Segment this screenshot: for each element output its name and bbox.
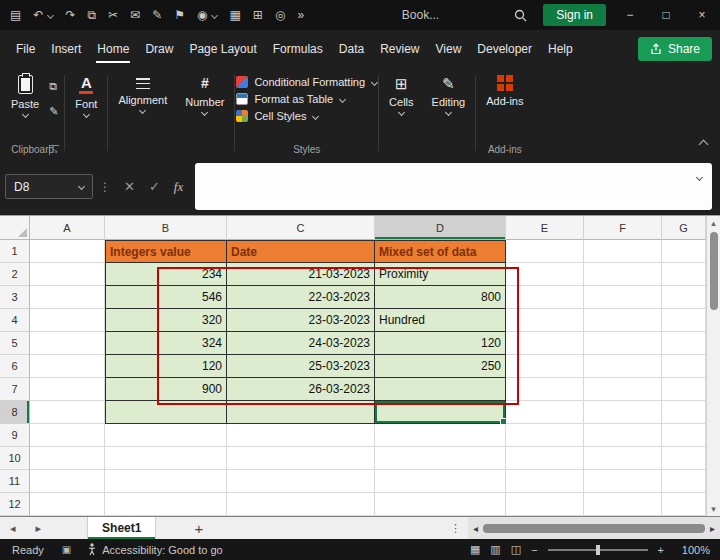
cell-B1[interactable]: Integers value — [105, 240, 227, 263]
cell-D3[interactable]: 800 — [375, 286, 506, 309]
cell-A10[interactable] — [30, 447, 105, 470]
cell-F7[interactable] — [584, 378, 662, 401]
horizontal-scrollbar-thumb[interactable] — [483, 524, 705, 533]
cell-E5[interactable] — [506, 332, 584, 355]
menu-tab-view[interactable]: View — [428, 30, 470, 68]
menu-tab-file[interactable]: File — [8, 30, 43, 68]
cell-A8[interactable] — [30, 401, 105, 424]
horizontal-scrollbar[interactable]: ◂ ▸ — [468, 517, 720, 539]
cell-B4[interactable]: 320 — [105, 309, 227, 332]
grid-icon[interactable]: ⊞ — [253, 9, 263, 21]
cell-A9[interactable] — [30, 424, 105, 447]
cell-A4[interactable] — [30, 309, 105, 332]
column-header-C[interactable]: C — [227, 216, 375, 240]
cell-C5[interactable]: 24-03-2023 — [227, 332, 375, 355]
column-header-F[interactable]: F — [584, 216, 662, 240]
cell-C12[interactable] — [227, 493, 375, 516]
sheet-tab-sheet1[interactable]: Sheet1 — [87, 517, 156, 539]
dropdown-caret-icon[interactable] — [47, 11, 54, 18]
column-header-G[interactable]: G — [662, 216, 706, 240]
pen-icon[interactable]: ✎ — [152, 9, 162, 21]
hscroll-right-icon[interactable]: ▸ — [705, 523, 720, 534]
vertical-scrollbar[interactable]: ▴ ▾ — [706, 216, 720, 516]
cell-B12[interactable] — [105, 493, 227, 516]
cell-F3[interactable] — [584, 286, 662, 309]
cell-E8[interactable] — [506, 401, 584, 424]
cell-F4[interactable] — [584, 309, 662, 332]
cell-G1[interactable] — [662, 240, 706, 263]
close-button[interactable]: × — [684, 0, 720, 30]
menu-tab-page-layout[interactable]: Page Layout — [181, 30, 264, 68]
row-header-11[interactable]: 11 — [0, 470, 30, 493]
flag-icon[interactable]: ⚑ — [174, 9, 185, 21]
menu-tab-home[interactable]: Home — [89, 30, 137, 68]
cell-C4[interactable]: 23-03-2023 — [227, 309, 375, 332]
cells-button[interactable]: ⊞ Cells — [380, 75, 422, 141]
cell-B9[interactable] — [105, 424, 227, 447]
column-header-A[interactable]: A — [30, 216, 105, 240]
cell-A2[interactable] — [30, 263, 105, 286]
cell-F8[interactable] — [584, 401, 662, 424]
cell-E11[interactable] — [506, 470, 584, 493]
macro-record-icon[interactable]: ▣ — [54, 544, 79, 555]
cell-C10[interactable] — [227, 447, 375, 470]
cell-D7[interactable] — [375, 378, 506, 401]
cell-G4[interactable] — [662, 309, 706, 332]
minimize-button[interactable]: − — [612, 0, 648, 30]
cell-F1[interactable] — [584, 240, 662, 263]
search-icon[interactable] — [514, 9, 527, 22]
scroll-up-icon[interactable]: ▴ — [711, 216, 716, 230]
mail-icon[interactable]: ✉ — [130, 9, 140, 21]
view-normal-icon[interactable]: ▦ — [470, 543, 480, 556]
cell-B5[interactable]: 324 — [105, 332, 227, 355]
cell-D1[interactable]: Mixed set of data — [375, 240, 506, 263]
new-sheet-button[interactable]: + — [186, 520, 211, 537]
cell-E2[interactable] — [506, 263, 584, 286]
view-page-break-icon[interactable]: ◫ — [511, 543, 521, 556]
cell-styles-button[interactable]: Cell Styles — [236, 110, 318, 122]
cell-C2[interactable]: 21-03-2023 — [227, 263, 375, 286]
cell-F2[interactable] — [584, 263, 662, 286]
cell-B3[interactable]: 546 — [105, 286, 227, 309]
zoom-out-button[interactable]: − — [531, 544, 537, 556]
expand-formula-bar-icon[interactable] — [696, 174, 703, 181]
eye-icon[interactable]: ◉ — [197, 9, 207, 21]
cell-D4[interactable]: Hundred — [375, 309, 506, 332]
cell-C8[interactable] — [227, 401, 375, 424]
copy-icon[interactable]: ⧉ — [87, 9, 96, 21]
cell-F11[interactable] — [584, 470, 662, 493]
cell-G11[interactable] — [662, 470, 706, 493]
column-header-D[interactable]: D — [375, 216, 506, 240]
row-header-3[interactable]: 3 — [0, 286, 30, 309]
enter-button[interactable]: ✓ — [142, 179, 167, 194]
row-header-9[interactable]: 9 — [0, 424, 30, 447]
menu-tab-developer[interactable]: Developer — [469, 30, 540, 68]
row-header-5[interactable]: 5 — [0, 332, 30, 355]
cell-B11[interactable] — [105, 470, 227, 493]
cell-E4[interactable] — [506, 309, 584, 332]
sheet-next-icon[interactable]: ▸ — [26, 522, 52, 535]
cell-D11[interactable] — [375, 470, 506, 493]
cell-G6[interactable] — [662, 355, 706, 378]
menu-tab-data[interactable]: Data — [331, 30, 372, 68]
cell-A11[interactable] — [30, 470, 105, 493]
clipboard-dialog-launcher[interactable]: ↘ — [49, 145, 59, 155]
print-icon[interactable]: ▦ — [229, 9, 240, 21]
row-header-4[interactable]: 4 — [0, 309, 30, 332]
zoom-level[interactable]: 100% — [674, 544, 710, 556]
cell-F9[interactable] — [584, 424, 662, 447]
row-header-2[interactable]: 2 — [0, 263, 30, 286]
document-title[interactable]: Book... — [402, 8, 439, 22]
cell-E6[interactable] — [506, 355, 584, 378]
row-header-6[interactable]: 6 — [0, 355, 30, 378]
name-box[interactable]: D8 — [5, 174, 93, 199]
overflow-icon[interactable]: » — [297, 9, 304, 21]
camera-icon[interactable]: ◎ — [275, 9, 285, 21]
row-header-12[interactable]: 12 — [0, 493, 30, 516]
cell-F10[interactable] — [584, 447, 662, 470]
addins-button[interactable]: Add-ins — [477, 75, 532, 141]
menu-tab-help[interactable]: Help — [540, 30, 581, 68]
zoom-slider[interactable] — [548, 549, 648, 551]
select-all-corner[interactable] — [0, 216, 30, 240]
cell-C6[interactable]: 25-03-2023 — [227, 355, 375, 378]
